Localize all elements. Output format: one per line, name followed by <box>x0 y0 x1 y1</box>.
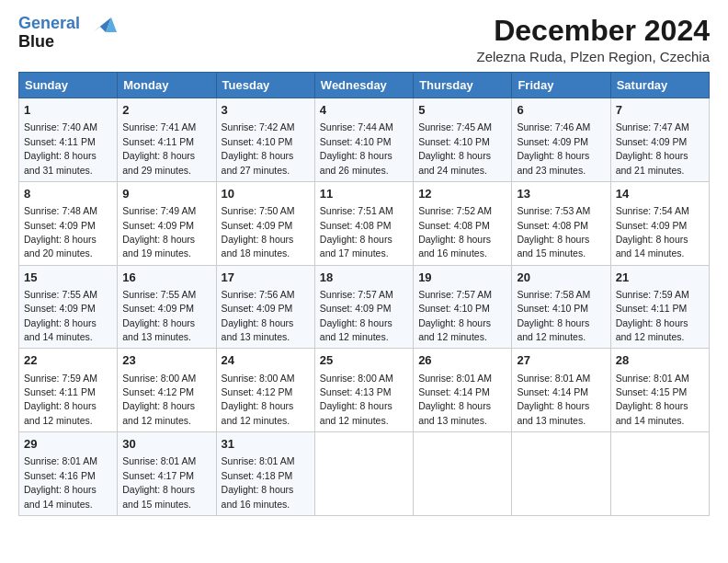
calendar-day-cell: 4 Sunrise: 7:44 AMSunset: 4:10 PMDayligh… <box>314 98 413 182</box>
calendar-day-cell: 18 Sunrise: 7:57 AMSunset: 4:09 PMDaylig… <box>314 265 413 349</box>
day-number: 1 <box>24 102 112 119</box>
day-number: 17 <box>222 270 310 286</box>
day-number: 6 <box>517 102 605 119</box>
weekday-header: Thursday <box>414 73 512 98</box>
day-info: Sunrise: 8:01 AMSunset: 4:16 PMDaylight:… <box>24 455 97 509</box>
title-block: December 2024 Zelezna Ruda, Plzen Region… <box>477 15 710 64</box>
day-info: Sunrise: 7:51 AMSunset: 4:08 PMDaylight:… <box>320 205 393 259</box>
day-number: 26 <box>418 352 506 369</box>
calendar-day-cell <box>314 432 413 516</box>
day-number: 21 <box>616 270 704 286</box>
calendar-day-cell: 23 Sunrise: 8:00 AMSunset: 4:12 PMDaylig… <box>118 349 216 432</box>
weekday-header: Friday <box>512 73 610 98</box>
calendar-day-cell: 26 Sunrise: 8:01 AMSunset: 4:14 PMDaylig… <box>414 349 512 432</box>
day-info: Sunrise: 7:49 AMSunset: 4:09 PMDaylight:… <box>122 205 196 259</box>
calendar-day-cell: 9 Sunrise: 7:49 AMSunset: 4:09 PMDayligh… <box>118 181 216 265</box>
day-info: Sunrise: 7:50 AMSunset: 4:09 PMDaylight:… <box>222 205 295 259</box>
day-info: Sunrise: 7:42 AMSunset: 4:10 PMDaylight:… <box>222 121 295 175</box>
calendar-day-cell: 17 Sunrise: 7:56 AMSunset: 4:09 PMDaylig… <box>216 265 314 349</box>
day-number: 8 <box>24 186 112 202</box>
calendar-day-cell: 29 Sunrise: 8:01 AMSunset: 4:16 PMDaylig… <box>19 432 118 516</box>
day-number: 20 <box>517 270 605 286</box>
day-info: Sunrise: 7:59 AMSunset: 4:11 PMDaylight:… <box>616 289 689 342</box>
weekday-header: Wednesday <box>314 73 413 98</box>
day-number: 24 <box>222 352 310 369</box>
day-info: Sunrise: 8:00 AMSunset: 4:12 PMDaylight:… <box>222 373 295 426</box>
day-number: 27 <box>517 352 605 369</box>
calendar-day-cell: 15 Sunrise: 7:55 AMSunset: 4:09 PMDaylig… <box>19 265 118 349</box>
calendar-day-cell: 3 Sunrise: 7:42 AMSunset: 4:10 PMDayligh… <box>216 98 314 182</box>
day-info: Sunrise: 7:53 AMSunset: 4:08 PMDaylight:… <box>517 205 590 259</box>
day-info: Sunrise: 7:57 AMSunset: 4:09 PMDaylight:… <box>320 289 393 342</box>
calendar-week-row: 8 Sunrise: 7:48 AMSunset: 4:09 PMDayligh… <box>19 181 710 265</box>
day-number: 23 <box>122 352 210 369</box>
calendar-day-cell: 10 Sunrise: 7:50 AMSunset: 4:09 PMDaylig… <box>216 181 314 265</box>
calendar-week-row: 1 Sunrise: 7:40 AMSunset: 4:11 PMDayligh… <box>19 98 710 182</box>
day-number: 19 <box>418 270 506 286</box>
day-info: Sunrise: 7:55 AMSunset: 4:09 PMDaylight:… <box>24 289 97 342</box>
logo-text: GeneralBlue <box>18 14 80 51</box>
calendar-day-cell: 1 Sunrise: 7:40 AMSunset: 4:11 PMDayligh… <box>19 98 118 182</box>
day-number: 18 <box>320 270 408 286</box>
calendar-day-cell <box>414 432 512 516</box>
calendar-day-cell: 30 Sunrise: 8:01 AMSunset: 4:17 PMDaylig… <box>118 432 216 516</box>
day-number: 28 <box>616 352 704 369</box>
calendar-day-cell <box>610 432 709 516</box>
day-info: Sunrise: 8:00 AMSunset: 4:13 PMDaylight:… <box>320 373 393 426</box>
day-number: 16 <box>122 270 210 286</box>
calendar-week-row: 29 Sunrise: 8:01 AMSunset: 4:16 PMDaylig… <box>19 432 710 516</box>
calendar-day-cell: 27 Sunrise: 8:01 AMSunset: 4:14 PMDaylig… <box>512 349 610 432</box>
day-info: Sunrise: 7:54 AMSunset: 4:09 PMDaylight:… <box>616 205 689 259</box>
calendar-day-cell: 14 Sunrise: 7:54 AMSunset: 4:09 PMDaylig… <box>610 181 709 265</box>
logo: GeneralBlue <box>18 15 117 52</box>
day-info: Sunrise: 8:01 AMSunset: 4:14 PMDaylight:… <box>418 373 492 426</box>
day-info: Sunrise: 7:40 AMSunset: 4:11 PMDaylight:… <box>24 121 97 175</box>
day-number: 7 <box>616 102 704 119</box>
day-number: 25 <box>320 352 408 369</box>
calendar-day-cell: 16 Sunrise: 7:55 AMSunset: 4:09 PMDaylig… <box>118 265 216 349</box>
day-info: Sunrise: 8:01 AMSunset: 4:18 PMDaylight:… <box>222 455 295 509</box>
calendar-day-cell: 24 Sunrise: 8:00 AMSunset: 4:12 PMDaylig… <box>216 349 314 432</box>
calendar-day-cell: 31 Sunrise: 8:01 AMSunset: 4:18 PMDaylig… <box>216 432 314 516</box>
calendar-day-cell: 21 Sunrise: 7:59 AMSunset: 4:11 PMDaylig… <box>610 265 709 349</box>
day-info: Sunrise: 7:45 AMSunset: 4:10 PMDaylight:… <box>418 121 492 175</box>
day-info: Sunrise: 7:41 AMSunset: 4:11 PMDaylight:… <box>122 121 196 175</box>
day-number: 3 <box>222 102 310 119</box>
day-number: 13 <box>517 186 605 202</box>
day-info: Sunrise: 8:01 AMSunset: 4:14 PMDaylight:… <box>517 373 590 426</box>
logo-bird-icon <box>84 14 117 40</box>
day-number: 11 <box>320 186 408 202</box>
calendar-day-cell: 13 Sunrise: 7:53 AMSunset: 4:08 PMDaylig… <box>512 181 610 265</box>
day-number: 30 <box>122 436 210 453</box>
calendar-day-cell: 7 Sunrise: 7:47 AMSunset: 4:09 PMDayligh… <box>610 98 709 182</box>
day-info: Sunrise: 7:55 AMSunset: 4:09 PMDaylight:… <box>122 289 196 342</box>
calendar-day-cell: 8 Sunrise: 7:48 AMSunset: 4:09 PMDayligh… <box>19 181 118 265</box>
weekday-header: Saturday <box>610 73 709 98</box>
calendar-day-cell: 25 Sunrise: 8:00 AMSunset: 4:13 PMDaylig… <box>314 349 413 432</box>
day-info: Sunrise: 7:58 AMSunset: 4:10 PMDaylight:… <box>517 289 590 342</box>
calendar-day-cell: 11 Sunrise: 7:51 AMSunset: 4:08 PMDaylig… <box>314 181 413 265</box>
calendar-header: SundayMondayTuesdayWednesdayThursdayFrid… <box>19 73 710 98</box>
calendar-week-row: 22 Sunrise: 7:59 AMSunset: 4:11 PMDaylig… <box>19 349 710 432</box>
day-info: Sunrise: 8:01 AMSunset: 4:17 PMDaylight:… <box>122 455 196 509</box>
day-number: 22 <box>24 352 112 369</box>
calendar-week-row: 15 Sunrise: 7:55 AMSunset: 4:09 PMDaylig… <box>19 265 710 349</box>
day-info: Sunrise: 8:01 AMSunset: 4:15 PMDaylight:… <box>616 373 689 426</box>
day-info: Sunrise: 7:56 AMSunset: 4:09 PMDaylight:… <box>222 289 295 342</box>
day-info: Sunrise: 8:00 AMSunset: 4:12 PMDaylight:… <box>122 373 196 426</box>
calendar-day-cell: 5 Sunrise: 7:45 AMSunset: 4:10 PMDayligh… <box>414 98 512 182</box>
calendar-day-cell: 20 Sunrise: 7:58 AMSunset: 4:10 PMDaylig… <box>512 265 610 349</box>
calendar-day-cell: 6 Sunrise: 7:46 AMSunset: 4:09 PMDayligh… <box>512 98 610 182</box>
calendar-day-cell: 19 Sunrise: 7:57 AMSunset: 4:10 PMDaylig… <box>414 265 512 349</box>
calendar-table: SundayMondayTuesdayWednesdayThursdayFrid… <box>18 72 710 516</box>
day-number: 10 <box>222 186 310 202</box>
weekday-header: Tuesday <box>216 73 314 98</box>
day-info: Sunrise: 7:59 AMSunset: 4:11 PMDaylight:… <box>24 373 97 426</box>
day-number: 2 <box>122 102 210 119</box>
day-number: 14 <box>616 186 704 202</box>
day-info: Sunrise: 7:57 AMSunset: 4:10 PMDaylight:… <box>418 289 492 342</box>
weekday-header: Sunday <box>19 73 118 98</box>
page-header: GeneralBlue December 2024 Zelezna Ruda, … <box>18 15 710 64</box>
weekday-header: Monday <box>118 73 216 98</box>
page-subtitle: Zelezna Ruda, Plzen Region, Czechia <box>477 49 710 64</box>
